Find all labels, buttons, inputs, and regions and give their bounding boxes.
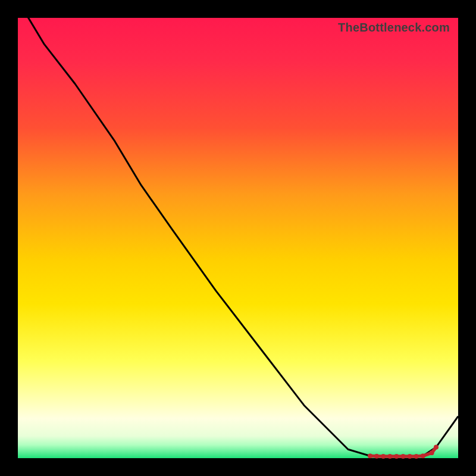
highlight-dot <box>368 453 372 458</box>
highlight-dot <box>414 454 419 459</box>
highlight-dot <box>387 454 392 459</box>
highlight-dot <box>421 453 425 458</box>
highlight-dot <box>401 454 406 459</box>
highlight-dot <box>381 454 386 459</box>
highlight-dot <box>434 445 439 450</box>
chart-svg <box>18 18 458 458</box>
chart-line <box>18 0 458 456</box>
highlight-dot <box>408 454 412 459</box>
highlight-dot <box>374 454 379 459</box>
highlight-dot <box>394 454 399 459</box>
curve-path <box>18 0 458 456</box>
highlight-dot <box>430 450 434 455</box>
chart-plot-area: TheBottleneck.com <box>18 18 458 458</box>
